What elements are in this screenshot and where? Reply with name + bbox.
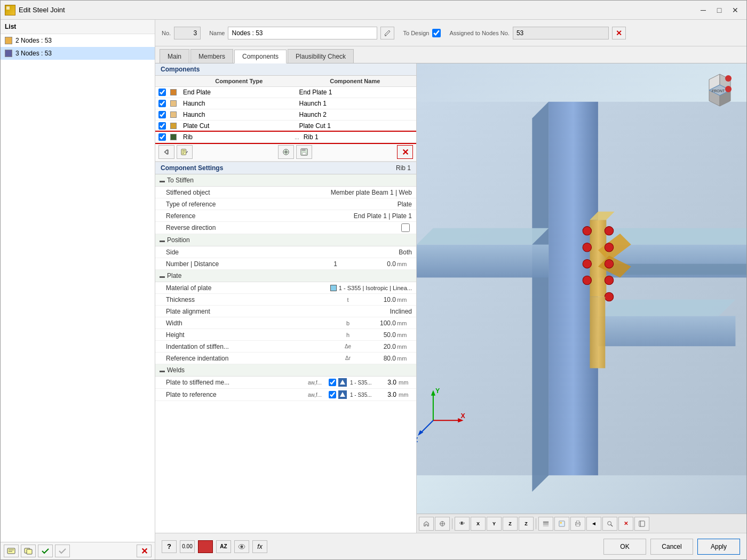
assigned-input[interactable] [513, 27, 609, 39]
svg-rect-15 [301, 149, 305, 151]
comp-check-4[interactable] [158, 122, 170, 130]
az-button[interactable]: AZ [216, 540, 231, 553]
eye-bottom-button[interactable] [234, 540, 249, 553]
comp-row-rib[interactable]: Rib ... Rib 1 [155, 132, 416, 143]
to-design-label: To Design [403, 30, 429, 36]
components-section-title: Components [155, 63, 416, 76]
svg-text:Y: Y [435, 387, 440, 395]
content-split: Components Component Type Component Name [155, 63, 746, 533]
group-welds: ▬ Welds Plate to stiffened me... aw,f... [155, 364, 416, 401]
scene-3d: Y X Z [417, 63, 746, 514]
tab-members[interactable]: Members [190, 49, 233, 63]
vp-home-button[interactable] [419, 517, 434, 531]
vp-eye-button[interactable]: 👁 [455, 517, 470, 531]
row-ref-indentation: Reference indentation Δr 80.0 mm [155, 353, 416, 364]
comp-add-button[interactable] [278, 145, 294, 159]
vp-pan-button[interactable] [435, 517, 450, 531]
label-indentation: Indentation of stiffen... [166, 343, 343, 350]
comp-delete-button[interactable]: ✕ [397, 145, 413, 159]
name-edit-button[interactable] [380, 27, 394, 39]
row-thickness: Thickness t 10.0 mm [155, 294, 416, 306]
comp-save-button[interactable] [296, 145, 312, 159]
uncheck-list-button[interactable] [55, 545, 70, 557]
viewport-toolbar: 👁 X Y Z Z [417, 514, 746, 533]
tab-plausibility[interactable]: Plausibility Check [288, 49, 354, 63]
vp-rotate-z2-button[interactable]: Z [519, 517, 534, 531]
vp-rotate-x-button[interactable]: X [471, 517, 486, 531]
comp-check-5[interactable] [158, 133, 170, 141]
assigned-clear-button[interactable]: ✕ [612, 27, 626, 39]
comp-move-left-button[interactable] [158, 145, 174, 159]
comp-edit-button[interactable] [177, 145, 193, 159]
no-label: No. [162, 30, 171, 36]
svg-point-37 [583, 276, 591, 284]
unit-distance: mm [396, 261, 412, 267]
group-header-to-stiffen[interactable]: ▬ To Stiffen [155, 174, 416, 187]
help-button[interactable]: ? [162, 540, 177, 553]
tab-components[interactable]: Components [234, 50, 287, 63]
comp-row-haunch-2[interactable]: Haunch Haunch 2 [155, 109, 416, 121]
row-indentation: Indentation of stiffen... Δe 20.0 mm [155, 341, 416, 353]
list-item[interactable]: 2 Nodes : 53 [1, 34, 155, 47]
vp-arrow-button[interactable]: ◄ [586, 517, 601, 531]
comp-row-plate-cut[interactable]: Plate Cut Plate Cut 1 [155, 121, 416, 132]
value-button[interactable]: 0.00 [180, 540, 195, 553]
vp-settings-button[interactable] [634, 517, 649, 531]
check-list-button[interactable] [38, 545, 53, 557]
comp-table-header: Component Type Component Name [155, 76, 416, 87]
color-button[interactable] [198, 540, 213, 553]
apply-button[interactable]: Apply [697, 539, 740, 555]
comp-row-haunch-1[interactable]: Haunch Haunch 1 [155, 98, 416, 109]
list-item-selected[interactable]: 3 Nodes : 53 [1, 47, 155, 60]
svg-point-38 [605, 276, 613, 284]
svg-rect-25 [417, 245, 549, 278]
no-input[interactable] [174, 27, 201, 39]
close-button[interactable]: ✕ [728, 4, 742, 16]
weld-check-1[interactable] [329, 379, 336, 386]
vp-rotate-z-button[interactable]: Z [503, 517, 518, 531]
minimize-button[interactable]: ─ [696, 4, 710, 16]
fx-button[interactable]: fx [252, 540, 267, 553]
vp-cancel-button[interactable]: ✕ [618, 517, 633, 531]
checkbox-reverse-direction[interactable] [401, 223, 410, 232]
vp-render-button[interactable] [554, 517, 569, 531]
viewport[interactable]: Y X Z [417, 63, 746, 533]
vp-rotate-y-button[interactable]: Y [487, 517, 502, 531]
vp-zoom-button[interactable] [602, 517, 617, 531]
unit2-indentation: mm [396, 343, 412, 350]
comp-check-1[interactable] [158, 89, 170, 96]
comp-row-end-plate[interactable]: End Plate End Plate 1 [155, 87, 416, 98]
cube-navigator[interactable]: FRONT [698, 69, 741, 111]
title-bar: Edit Steel Joint ─ □ ✕ [1, 1, 746, 20]
comp-col-type-header: Component Type [181, 78, 297, 84]
unit-height: h [343, 332, 353, 338]
maximize-button[interactable]: □ [712, 4, 726, 16]
name-input[interactable] [228, 27, 377, 39]
svg-marker-17 [340, 380, 345, 385]
svg-rect-6 [168, 150, 169, 155]
group-header-welds[interactable]: ▬ Welds [155, 364, 416, 377]
vp-layers-button[interactable] [538, 517, 553, 531]
comp-toolbar: ✕ [155, 143, 416, 162]
cancel-button[interactable]: Cancel [650, 539, 693, 555]
row-width: Width b 100.0 mm [155, 317, 416, 329]
value-indentation: 20.0 [353, 343, 396, 350]
to-design-checkbox[interactable] [432, 29, 441, 37]
comp-check-3[interactable] [158, 111, 170, 118]
vp-print-button[interactable] [570, 517, 585, 531]
weld-check-2[interactable] [329, 391, 336, 398]
collapse-icon-to-stiffen: ▬ [160, 178, 165, 183]
scene-svg: Y X Z [417, 63, 746, 514]
add-list-button[interactable] [4, 545, 19, 557]
group-header-plate[interactable]: ▬ Plate [155, 270, 416, 282]
delete-list-button[interactable]: ✕ [137, 545, 152, 557]
svg-line-74 [611, 524, 613, 526]
row-side: Side Both [155, 246, 416, 258]
ok-button[interactable]: OK [603, 539, 646, 555]
comp-check-2[interactable] [158, 100, 170, 107]
group-header-position[interactable]: ▬ Position [155, 234, 416, 246]
weld-row-1: Plate to stiffened me... aw,f... 1 - S35… [155, 377, 416, 389]
duplicate-list-button[interactable] [21, 545, 36, 557]
tab-main[interactable]: Main [160, 49, 189, 63]
comp-name-4: Plate Cut 1 [297, 122, 414, 130]
